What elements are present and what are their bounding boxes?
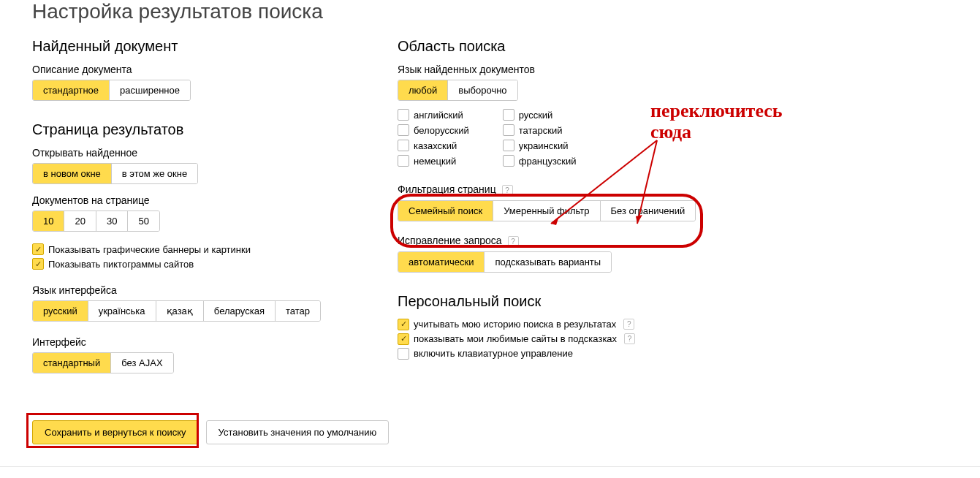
found-doc-heading: Найденный документ (32, 38, 354, 55)
lang-kk-label: казахский (414, 140, 457, 151)
personal-heading: Персональный поиск (398, 293, 778, 310)
lang-docs-label: Язык найденных документов (398, 64, 778, 75)
lang-docs-any[interactable]: любой (398, 80, 448, 100)
desc-opt-extended[interactable]: расширенное (110, 80, 190, 100)
lang-ru-checkbox[interactable] (503, 109, 514, 121)
lang-kk-checkbox[interactable] (398, 140, 409, 151)
lang-tt-checkbox[interactable] (503, 124, 514, 136)
lang-de-label: немецкий (414, 156, 456, 167)
correction-segment: автоматически подсказывать варианты (398, 251, 612, 273)
lang-uk-label: украинский (519, 140, 569, 151)
lang-fr-label: французский (519, 156, 577, 167)
filter-label: Фильтрация страниц (398, 183, 496, 195)
lang-docs-select[interactable]: выборочно (448, 80, 517, 100)
favicons-checkbox[interactable] (32, 258, 44, 270)
results-page-heading: Страница результатов (32, 121, 354, 138)
iface-label: Интерфейс (32, 336, 354, 348)
history-label: учитывать мою историю поиска в результат… (414, 319, 616, 330)
help-icon[interactable]: ? (623, 319, 634, 330)
favsites-label: показывать мои любимые сайты в подсказка… (414, 333, 617, 344)
keyboard-checkbox[interactable] (398, 348, 409, 360)
banners-label: Показывать графические баннеры и картинк… (48, 244, 251, 255)
docs-label: Документов на странице (32, 194, 354, 206)
desc-segment: стандартное расширенное (32, 80, 191, 101)
iface-lang-ru[interactable]: русский (33, 301, 88, 321)
docs-opt-30[interactable]: 30 (96, 211, 128, 231)
open-segment: в новом окне в этом же окне (32, 163, 198, 184)
open-opt-newwin[interactable]: в новом окне (33, 164, 112, 183)
lang-de-checkbox[interactable] (398, 155, 409, 167)
history-checkbox[interactable] (398, 319, 409, 330)
docs-opt-10[interactable]: 10 (33, 211, 64, 231)
lang-docs-segment: любой выборочно (398, 80, 518, 101)
iface-lang-label: Язык интерфейса (32, 284, 354, 296)
filter-family[interactable]: Семейный поиск (398, 201, 493, 221)
lang-ru-label: русский (519, 110, 553, 121)
keyboard-label: включить клавиатурное управление (414, 348, 573, 359)
docs-segment: 10 20 30 50 (32, 210, 160, 232)
favsites-checkbox[interactable] (398, 333, 409, 345)
annotation-line1: переключитесь (650, 101, 783, 122)
correction-auto[interactable]: автоматически (398, 252, 485, 272)
annotation-line2: сюда (650, 122, 783, 143)
iface-opt-standard[interactable]: стандартный (33, 353, 111, 373)
save-button[interactable]: Сохранить и вернуться к поиску (32, 420, 199, 444)
filter-none[interactable]: Без ограничений (601, 201, 696, 221)
lang-uk-checkbox[interactable] (503, 140, 514, 151)
docs-opt-20[interactable]: 20 (64, 211, 96, 231)
favicons-label: Показывать пиктограммы сайтов (48, 259, 194, 270)
iface-segment: стандартный без AJAX (32, 352, 174, 373)
correction-label: Исправление запроса (398, 235, 502, 246)
docs-opt-50[interactable]: 50 (128, 211, 159, 231)
lang-be-checkbox[interactable] (398, 124, 409, 136)
help-icon[interactable]: ? (502, 185, 513, 196)
desc-opt-standard[interactable]: стандартное (33, 80, 110, 100)
correction-prompt[interactable]: подсказывать варианты (485, 252, 611, 272)
lang-en-checkbox[interactable] (398, 109, 409, 121)
filter-segment: Семейный поиск Умеренный фильтр Без огра… (398, 200, 696, 221)
iface-opt-noajax[interactable]: без AJAX (111, 353, 172, 373)
banners-checkbox[interactable] (32, 243, 44, 255)
reset-button[interactable]: Установить значения по умолчанию (206, 420, 390, 444)
open-label: Открывать найденное (32, 147, 354, 159)
lang-en-label: английский (414, 110, 463, 121)
desc-label: Описание документа (32, 64, 354, 75)
open-opt-samewin[interactable]: в этом же окне (112, 164, 197, 183)
page-title: Настройка результатов поиска (32, 0, 948, 23)
help-icon[interactable]: ? (624, 333, 635, 344)
iface-lang-tt[interactable]: татар (276, 301, 320, 321)
iface-lang-kz[interactable]: қазақ (156, 301, 204, 321)
lang-be-label: белорусский (414, 125, 469, 136)
lang-fr-checkbox[interactable] (503, 155, 514, 167)
iface-lang-segment: русский українська қазақ беларуская тата… (32, 300, 321, 322)
help-icon[interactable]: ? (508, 236, 519, 247)
filter-moderate[interactable]: Умеренный фильтр (493, 201, 600, 221)
lang-tt-label: татарский (519, 125, 563, 136)
iface-lang-by[interactable]: беларуская (204, 301, 276, 321)
search-area-heading: Область поиска (398, 38, 778, 55)
iface-lang-uk[interactable]: українська (88, 301, 156, 321)
